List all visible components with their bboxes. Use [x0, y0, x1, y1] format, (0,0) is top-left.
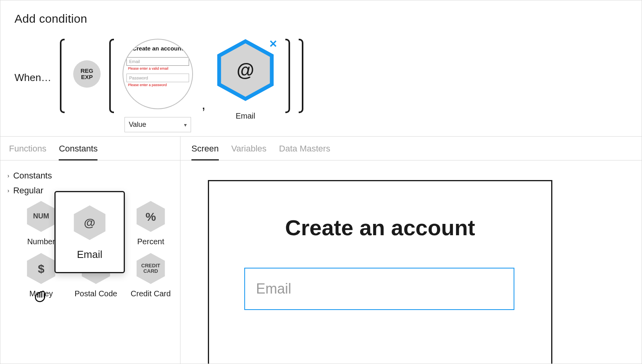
value-type-select[interactable]: Value ▾	[124, 117, 191, 132]
screen-heading: Create an account	[244, 215, 516, 240]
email-field[interactable]: Email	[244, 268, 514, 310]
canvas-panel: Screen Variables Data Masters Create an …	[180, 137, 642, 364]
at-icon: @	[71, 204, 108, 241]
tab-functions[interactable]: Functions	[9, 144, 46, 160]
canvas-viewport[interactable]: Create an account Email	[180, 160, 642, 364]
argument-2-slot[interactable]: @ ✕ Email	[214, 39, 277, 121]
chevron-down-icon: ▾	[184, 122, 187, 128]
constants-tree: › Constants › Regular NUM Number	[0, 160, 180, 306]
dragging-constant-card[interactable]: @ Email	[54, 191, 125, 273]
grab-cursor-icon	[32, 285, 52, 305]
tab-variables[interactable]: Variables	[231, 144, 267, 160]
constant-percent[interactable]: % Percent	[123, 200, 178, 246]
expression-builder: When… REG EXP Create an account Email Pl…	[14, 39, 628, 132]
panel-title: Add condition	[14, 12, 628, 25]
chevron-right-icon: ›	[7, 173, 9, 179]
when-label: When…	[14, 72, 51, 99]
screen-preview-frame: Create an account Email	[208, 180, 552, 364]
argument-1-slot[interactable]: Create an account Email Please enter a v…	[123, 39, 193, 132]
tab-data-masters[interactable]: Data Masters	[279, 144, 330, 160]
canvas-tabs: Screen Variables Data Masters	[180, 137, 642, 160]
bracket-close-outer	[299, 39, 303, 113]
tree-group-constants[interactable]: › Constants	[6, 168, 175, 183]
constants-grid: NUM Number @ Email % Percent	[6, 198, 175, 298]
bracket-close-inner	[285, 39, 290, 113]
regexp-function-chip[interactable]: REG EXP	[73, 60, 101, 88]
screen-element-lens: Create an account Email Please enter a v…	[123, 39, 193, 109]
bracket-open-outer	[60, 39, 65, 113]
bracket-open-inner	[109, 39, 114, 113]
selected-constant-label: Email	[236, 112, 255, 121]
argument-separator: ,	[202, 96, 206, 113]
condition-panel: Add condition When… REG EXP Create an ac…	[0, 0, 642, 137]
remove-constant-button[interactable]: ✕	[267, 37, 279, 50]
chevron-right-icon: ›	[7, 187, 9, 194]
tab-constants[interactable]: Constants	[59, 144, 97, 160]
constant-credit-card[interactable]: CREDIT CARD Credit Card	[123, 252, 178, 298]
palette-tabs: Functions Constants	[0, 137, 180, 160]
tab-screen[interactable]: Screen	[191, 144, 219, 160]
palette-panel: Functions Constants › Constants › Regula…	[0, 137, 180, 364]
